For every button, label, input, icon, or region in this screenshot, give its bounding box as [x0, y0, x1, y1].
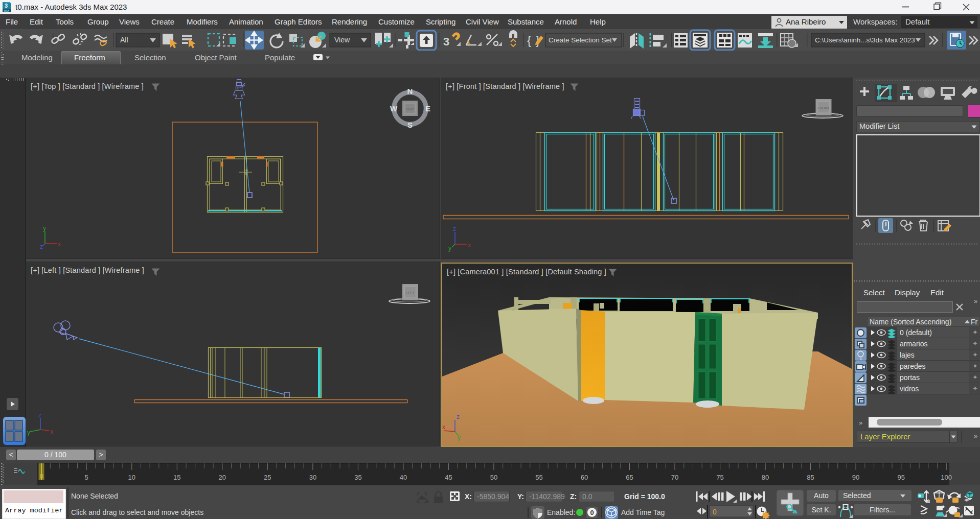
- svg-text:x: x: [442, 423, 445, 431]
- svg-text:z: z: [457, 413, 460, 420]
- svg-text:50: 50: [490, 474, 497, 481]
- svg-text:30: 30: [309, 474, 316, 481]
- svg-text:x: x: [58, 241, 61, 248]
- svg-text:45: 45: [445, 474, 452, 481]
- svg-text:x: x: [50, 428, 53, 435]
- svg-text:y: y: [458, 434, 461, 441]
- svg-text:z: z: [38, 412, 41, 419]
- svg-text:60: 60: [581, 474, 588, 481]
- svg-text:S: S: [407, 121, 413, 129]
- svg-text:C:\Users\aninh...s\3ds Max 202: C:\Users\aninh...s\3ds Max 2023: [815, 36, 915, 44]
- svg-text:y: y: [43, 225, 46, 232]
- svg-text:FRONT: FRONT: [817, 106, 829, 110]
- svg-text:z: z: [40, 243, 43, 250]
- svg-text:70: 70: [671, 474, 678, 481]
- svg-text:0: 0: [590, 509, 594, 516]
- svg-text:25: 25: [264, 474, 271, 481]
- svg-text:10: 10: [128, 474, 135, 481]
- svg-text:0: 0: [713, 508, 717, 516]
- svg-text:55: 55: [535, 474, 542, 481]
- svg-text:3: 3: [5, 3, 8, 9]
- svg-text:95: 95: [897, 474, 904, 481]
- svg-text:y: y: [448, 245, 451, 252]
- svg-text:40: 40: [400, 474, 407, 481]
- svg-text:MAX: MAX: [4, 10, 9, 12]
- svg-text:75: 75: [716, 474, 723, 481]
- svg-text:80: 80: [762, 474, 769, 481]
- svg-text:{: {: [527, 33, 531, 47]
- svg-text:100: 100: [941, 474, 952, 481]
- svg-text:LEFT: LEFT: [406, 291, 415, 295]
- svg-text:All: All: [120, 36, 128, 44]
- svg-text:z: z: [453, 225, 456, 232]
- svg-text:35: 35: [354, 474, 361, 481]
- svg-text:W: W: [390, 104, 398, 113]
- svg-text:TOP: TOP: [406, 107, 414, 111]
- svg-text:View: View: [334, 36, 350, 44]
- svg-text:Create Selection Set: Create Selection Set: [549, 36, 612, 44]
- svg-text:85: 85: [807, 474, 814, 481]
- svg-text:5: 5: [85, 474, 88, 481]
- svg-text:90: 90: [852, 474, 859, 481]
- svg-text:E: E: [425, 104, 430, 113]
- svg-text:65: 65: [626, 474, 633, 481]
- svg-text:15: 15: [173, 474, 180, 481]
- svg-text:3: 3: [443, 35, 449, 48]
- svg-text:y: y: [27, 429, 30, 436]
- svg-text:N: N: [407, 87, 413, 96]
- svg-text:0: 0: [39, 473, 43, 480]
- svg-text:x: x: [468, 242, 471, 249]
- svg-text:20: 20: [219, 474, 226, 481]
